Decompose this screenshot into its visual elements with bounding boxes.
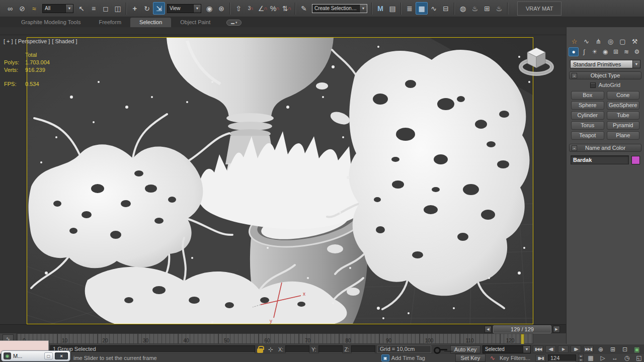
dropdown-arrow-icon[interactable]: ▼: [523, 345, 530, 353]
time-slider-prev-button[interactable]: ◀: [485, 326, 492, 333]
ribbon-tab-object-paint[interactable]: Object Paint: [171, 18, 219, 27]
frame-spinner[interactable]: ▲▼: [578, 354, 584, 362]
select-and-move-icon[interactable]: +: [129, 2, 141, 15]
time-slider-grip[interactable]: 129 / 129: [493, 325, 551, 333]
ribbon-minimize-button[interactable]: ▬▾: [226, 20, 242, 26]
close-window-icon[interactable]: ✕: [55, 352, 68, 359]
viewport-shading-menu[interactable]: [ Shaded ]: [52, 38, 77, 44]
rollout-object-type[interactable]: - Object Type: [569, 71, 641, 79]
tab-display[interactable]: ▢: [617, 36, 628, 46]
tab-modify[interactable]: ∿: [581, 36, 592, 46]
angle-snap-icon[interactable]: ∠∩: [257, 2, 269, 15]
object-color-swatch[interactable]: [631, 156, 640, 164]
zoom-extents-icon[interactable]: ⊡: [620, 345, 630, 353]
scene-3d-milk-splash[interactable]: x y: [27, 38, 533, 324]
selection-lock-icon[interactable]: [257, 348, 263, 353]
curve-editor-icon[interactable]: ∿: [428, 2, 440, 15]
dropdown-arrow-icon[interactable]: ▼: [359, 5, 367, 13]
time-configuration-icon[interactable]: ▦: [586, 354, 596, 362]
render-setup-icon[interactable]: ♨: [469, 2, 481, 15]
tab-utilities[interactable]: ⚒: [629, 36, 640, 46]
layer-manager-icon[interactable]: ≣: [404, 2, 416, 15]
geometry-category-dropdown[interactable]: Standard Primitives ▼: [570, 60, 640, 68]
go-to-end-frame-button[interactable]: ▮▶▮: [535, 354, 546, 362]
zoom-all-icon[interactable]: ⊞: [608, 345, 618, 353]
dropdown-arrow-icon[interactable]: ▼: [193, 5, 201, 13]
rollout-name-and-color[interactable]: - Name and Color: [569, 144, 641, 152]
ribbon-tab-graphite-modeling-tools[interactable]: Graphite Modeling Tools: [12, 18, 90, 27]
viewport-pov-menu[interactable]: [ Perspective ]: [15, 38, 50, 44]
subtab-cameras[interactable]: ◉: [600, 47, 610, 56]
auto-key-button[interactable]: Auto Key: [450, 345, 480, 353]
viewcube[interactable]: [517, 43, 555, 78]
unlink-selection-icon[interactable]: ⊘: [16, 2, 28, 15]
collapse-icon[interactable]: -: [572, 145, 577, 151]
mirror-icon[interactable]: M: [374, 2, 386, 15]
schematic-view-icon[interactable]: ⊟: [440, 2, 452, 15]
tab-motion[interactable]: ◎: [605, 36, 616, 46]
snaps-toggle-3d-icon[interactable]: 3∩: [245, 2, 257, 15]
timeline-ruler[interactable]: 0102030405060708090100110120: [16, 333, 533, 344]
named-selection-set-dropdown[interactable]: Create Selection Se ▼: [312, 4, 367, 13]
keyboard-shortcut-override-icon[interactable]: ⇧: [232, 2, 245, 15]
subtab-shapes[interactable]: ∫: [579, 47, 589, 56]
edit-named-selection-sets-icon[interactable]: ✎: [298, 2, 310, 15]
play-button[interactable]: ▶: [558, 345, 569, 353]
go-to-end-button[interactable]: ▶▶▮: [583, 345, 594, 353]
time-slider[interactable]: ◀ 129 / 129 ▶: [0, 324, 566, 333]
pan-view-icon[interactable]: ↔: [610, 354, 620, 362]
select-and-scale-icon[interactable]: ⇲: [153, 2, 165, 15]
z-coordinate-field[interactable]: [351, 345, 375, 353]
percent-snap-icon[interactable]: %∩: [269, 2, 281, 15]
current-frame-field[interactable]: 124: [548, 354, 576, 361]
set-key-curve-icon[interactable]: ∿: [488, 354, 498, 362]
previous-frame-button[interactable]: ◀▮: [545, 345, 556, 353]
rendered-frame-window-icon[interactable]: ⊞: [481, 2, 493, 15]
dropdown-arrow-icon[interactable]: ▼: [65, 5, 73, 13]
primitive-button-cone[interactable]: Cone: [607, 91, 640, 100]
subtab-systems[interactable]: ⚙: [632, 47, 642, 56]
object-name-field[interactable]: Bardak: [571, 155, 629, 164]
subtab-space-warps[interactable]: ≋: [621, 47, 631, 56]
align-icon[interactable]: ▤: [386, 2, 398, 15]
tab-hierarchy[interactable]: ⋔: [593, 36, 604, 46]
primitive-button-plane[interactable]: Plane: [607, 131, 640, 140]
maximize-viewport-toggle-icon[interactable]: ◱: [634, 354, 644, 362]
primitive-button-geosphere[interactable]: GeoSphere: [607, 101, 640, 110]
restore-window-icon[interactable]: ▢: [44, 352, 53, 359]
key-filters-button[interactable]: Key Filters...: [500, 355, 530, 361]
select-and-manipulate-icon[interactable]: ⊛: [215, 2, 227, 15]
select-and-link-icon[interactable]: ∞: [4, 2, 16, 15]
use-pivot-point-center-icon[interactable]: ◉: [203, 2, 215, 15]
render-production-icon[interactable]: ♨: [493, 2, 505, 15]
primitive-button-box[interactable]: Box: [571, 91, 604, 100]
selection-filter-dropdown[interactable]: All ▼: [42, 4, 73, 13]
absolute-mode-transform-icon[interactable]: ⊹: [265, 345, 276, 353]
key-mode-dropdown[interactable]: Selected ▼: [482, 345, 531, 353]
x-coordinate-field[interactable]: [285, 345, 309, 353]
graphite-ribbon-toggle-icon[interactable]: ▦: [416, 2, 428, 15]
current-frame-marker[interactable]: [521, 334, 524, 344]
go-to-start-button[interactable]: ▮◀◀: [533, 345, 543, 353]
collapse-icon[interactable]: -: [572, 73, 577, 78]
primitive-button-cylinder[interactable]: Cylinder: [571, 111, 604, 120]
zoom-icon[interactable]: ⊕: [596, 345, 606, 353]
vray-material-button[interactable]: VRAY MAT: [517, 2, 561, 16]
ribbon-tab-freeform[interactable]: Freeform: [90, 18, 130, 27]
track-bar[interactable]: ∿ 0102030405060708090100110120: [0, 333, 566, 344]
primitive-button-torus[interactable]: Torus: [571, 121, 604, 130]
subtab-geometry[interactable]: ●: [569, 47, 579, 56]
subtab-helpers[interactable]: ⊞: [611, 47, 621, 56]
tab-create[interactable]: ☆: [569, 36, 580, 46]
select-by-name-icon[interactable]: ≡: [88, 2, 100, 15]
rectangular-selection-region-icon[interactable]: ◻: [100, 2, 112, 15]
spinner-snap-icon[interactable]: ⇅∩: [281, 2, 293, 15]
primitive-button-teapot[interactable]: Teapot: [571, 131, 604, 140]
primitive-button-sphere[interactable]: Sphere: [571, 101, 604, 110]
primitive-button-tube[interactable]: Tube: [607, 111, 640, 120]
dropdown-arrow-icon[interactable]: ▼: [632, 60, 640, 68]
set-keys-key-icon[interactable]: [433, 345, 448, 353]
next-frame-button[interactable]: ▮▶: [571, 345, 581, 353]
y-coordinate-field[interactable]: [318, 345, 343, 353]
field-of-view-icon[interactable]: ▷: [598, 354, 608, 362]
